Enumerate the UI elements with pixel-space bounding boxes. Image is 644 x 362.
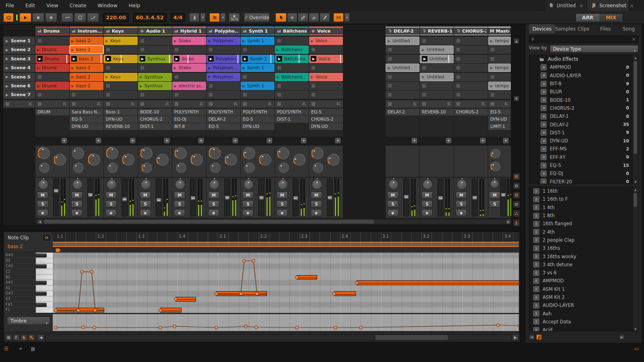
device-item-filter-20[interactable]: FILTER-200 [529, 177, 638, 184]
track-header[interactable]: Voice [309, 27, 343, 35]
device-bass-1[interactable]: Bass 1 [104, 109, 138, 115]
device-item-ampmod[interactable]: AMPMOD0 [529, 63, 638, 71]
empty-clip-slot[interactable] [104, 82, 138, 90]
fader-handle[interactable] [501, 193, 506, 197]
close-icon[interactable]: × [578, 3, 584, 8]
fader-handle[interactable] [88, 193, 93, 197]
fader-handle[interactable] [225, 195, 230, 200]
macro-knob[interactable] [243, 147, 255, 159]
pointer-tool-button[interactable] [275, 13, 287, 22]
clip-polyphon-[interactable]: ▶Polyphon... [206, 64, 240, 72]
clear-search-icon[interactable]: × [632, 37, 636, 42]
play-start-marker[interactable] [56, 248, 61, 252]
mute-button[interactable]: M [277, 191, 288, 199]
add-device-button[interactable]: + [62, 138, 67, 143]
clip-voice[interactable]: ▶Voice [309, 37, 343, 45]
preset-item-audio-layer[interactable]: AUDIO-LAYER [529, 301, 638, 309]
pan-knob[interactable] [38, 179, 49, 190]
macro-knob[interactable] [106, 147, 118, 159]
expression-handle[interactable] [81, 325, 85, 329]
arm-button[interactable]: ● [71, 209, 83, 216]
solo-button[interactable]: S [456, 200, 467, 208]
solo-button[interactable]: S [105, 200, 117, 208]
macro-knob[interactable] [88, 154, 100, 166]
arm-button[interactable]: ● [456, 209, 467, 216]
clip-untitled[interactable]: ▶Untitled [386, 64, 419, 72]
track-header[interactable]: Polypho... [206, 27, 240, 35]
preset-item-3-4th-detune[interactable]: 3 4th detune [529, 261, 638, 269]
insert-icon[interactable] [513, 219, 520, 226]
clip-bass-2[interactable]: ▶bass 2 [70, 64, 103, 72]
clip-bass-2[interactable]: ▶bass 2 [70, 45, 103, 54]
expression-handle[interactable] [173, 325, 176, 328]
empty-clip-slot[interactable] [386, 82, 419, 90]
pan-knob[interactable] [490, 179, 500, 189]
loop-toggle-button[interactable]: ⟳ [42, 234, 51, 241]
clip-drums[interactable]: ▶Drums [35, 55, 69, 63]
volume-fader[interactable] [156, 179, 162, 216]
device-dyn-ud[interactable]: DYN-UD [104, 116, 138, 123]
clip-untitled[interactable]: ▶Untitled [386, 37, 419, 45]
expression-handle[interactable] [334, 326, 337, 329]
empty-clip-slot[interactable] [420, 64, 454, 72]
arm-button[interactable]: ● [421, 209, 433, 216]
link-icon[interactable]: ⚭ [19, 346, 23, 352]
launcher-scrollbar[interactable] [35, 219, 511, 224]
device-dyn-ud[interactable]: DYN-UD [488, 116, 511, 123]
search-input[interactable]: ⚲ × [529, 35, 638, 43]
expression-handle[interactable] [54, 326, 58, 329]
empty-clip-slot[interactable] [454, 55, 488, 63]
solo-button[interactable]: S [489, 200, 500, 208]
knife-tool-button[interactable] [320, 13, 330, 22]
expression-handle[interactable] [93, 326, 96, 329]
eraser-tool-button[interactable] [309, 13, 319, 22]
arm-button[interactable]: ● [387, 209, 398, 216]
add-device-button[interactable]: + [301, 138, 306, 143]
scene-launch-6[interactable]: ▶Scene 6 [3, 82, 35, 90]
expression-dropdown[interactable]: Timbre ▾ [7, 317, 50, 325]
preset-item-1-16th-to-f[interactable]: 1 16th to F [529, 195, 638, 203]
scrollbar-thumb[interactable] [634, 193, 637, 207]
menu-file[interactable]: File [0, 0, 20, 11]
clip-drums[interactable]: ▶Drums [35, 64, 69, 72]
track-stop-row[interactable] [309, 100, 343, 108]
solo-button[interactable]: S [277, 200, 288, 208]
scene-launch-3[interactable]: ▶Scene 3 [3, 55, 35, 63]
device-item-blur[interactable]: BLUR0 [529, 88, 638, 96]
scroll-right-button[interactable]: ▶ [506, 219, 511, 224]
scene-launch-7[interactable]: ▶Scene 7 [3, 90, 35, 99]
track-stop-row[interactable] [488, 100, 511, 108]
add-device-button[interactable]: + [503, 138, 508, 143]
clip-b-llchens[interactable]: ▶Bällchens [275, 55, 309, 63]
volume-fader[interactable] [327, 179, 333, 216]
scrollbar-thumb[interactable] [44, 220, 374, 224]
empty-clip-slot[interactable] [206, 90, 240, 99]
mute-button[interactable]: M [105, 191, 117, 199]
empty-clip-slot[interactable] [275, 82, 309, 90]
select-notes-button[interactable] [21, 334, 27, 341]
clip-bass-2[interactable]: ▶bass 2 [70, 37, 103, 45]
macro-knob[interactable] [313, 162, 323, 173]
note-handle[interactable] [215, 292, 218, 296]
device-eq-5[interactable]: EQ-5 [309, 109, 343, 115]
expression-handle[interactable] [295, 326, 299, 329]
volume-fader[interactable] [53, 179, 59, 216]
preset-item-2-people-clap[interactable]: 2 people Clap [529, 236, 638, 244]
pan-knob[interactable] [209, 179, 220, 190]
menu-view[interactable]: View [41, 0, 64, 11]
solo-button[interactable]: S [71, 200, 83, 208]
macro-knob[interactable] [225, 154, 237, 166]
device-bode-10[interactable]: BODE-10 [138, 109, 172, 115]
add-device-button[interactable]: + [96, 138, 101, 143]
device-dyn-ud[interactable]: DYN-UD [241, 123, 275, 130]
mute-button[interactable]: M [456, 191, 467, 199]
device-polysynth[interactable]: POLYSYNTH [241, 109, 275, 115]
clip-tempo[interactable]: ▶tempo [488, 82, 511, 90]
empty-clip-slot[interactable] [488, 55, 511, 63]
scrollbar-thumb[interactable] [376, 335, 448, 340]
pan-knob[interactable] [72, 179, 83, 190]
macro-knob[interactable] [72, 147, 84, 159]
pencil-tool-button[interactable] [298, 13, 308, 22]
metronome-button[interactable] [189, 13, 200, 22]
macro-knob[interactable] [209, 147, 221, 159]
